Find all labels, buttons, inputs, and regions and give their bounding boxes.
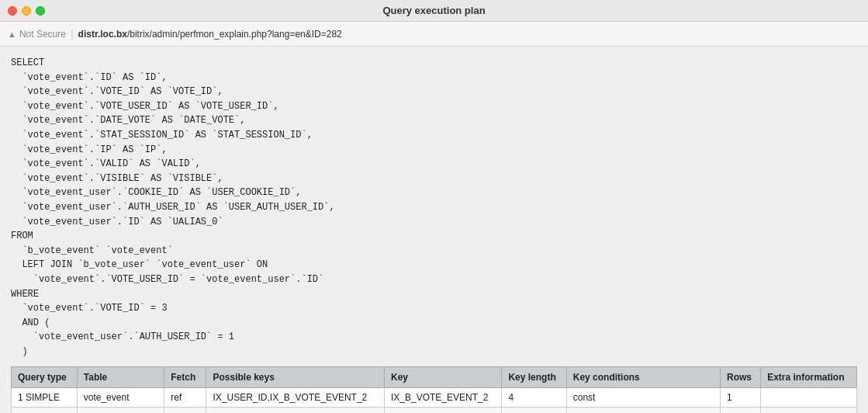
url-domain: distr.loc.bx	[78, 29, 127, 40]
table-cell: 1	[721, 408, 761, 413]
separator: |	[71, 28, 74, 40]
main-content: SELECT `vote_event`.`ID` AS `ID`, `vote_…	[0, 47, 868, 413]
table-cell: cp.vote_event.VOTE_USER_ID	[566, 408, 720, 413]
minimize-button[interactable]	[22, 6, 31, 16]
table-cell: eq_ref	[164, 408, 206, 413]
table-row: 1 SIMPLEvote_event_usereq_refPRIMARYPRIM…	[12, 408, 857, 413]
table-cell: vote_event	[77, 388, 164, 408]
table-cell: PRIMARY	[384, 408, 501, 413]
table-cell: 1	[721, 388, 761, 408]
table-cell: Using where	[761, 408, 857, 413]
url-path: /bitrix/admin/perfmon_explain.php?lang=e…	[127, 29, 342, 40]
close-button[interactable]	[8, 6, 17, 16]
table-header: Key	[384, 367, 501, 388]
table-header: Query type	[12, 367, 78, 388]
table-cell: const	[566, 388, 720, 408]
window-controls	[8, 6, 45, 16]
security-indicator: ▲ Not Secure	[8, 29, 66, 40]
warning-icon: ▲	[8, 30, 16, 39]
table-cell	[761, 388, 857, 408]
table-cell: 1 SIMPLE	[12, 408, 78, 413]
table-cell: 1 SIMPLE	[12, 388, 78, 408]
table-header: Possible keys	[206, 367, 384, 388]
table-header: Fetch	[164, 367, 206, 388]
table-header: Extra information	[761, 367, 857, 388]
table-cell: vote_event_user	[77, 408, 164, 413]
table-cell: 4	[502, 408, 566, 413]
table-header: Table	[77, 367, 164, 388]
sql-query: SELECT `vote_event`.`ID` AS `ID`, `vote_…	[11, 56, 857, 359]
table-header: Rows	[721, 367, 761, 388]
maximize-button[interactable]	[36, 6, 45, 16]
table-cell: ref	[164, 388, 206, 408]
table-header: Key length	[502, 367, 566, 388]
url-bar[interactable]: distr.loc.bx/bitrix/admin/perfmon_explai…	[78, 29, 342, 40]
table-row: 1 SIMPLEvote_eventrefIX_USER_ID,IX_B_VOT…	[12, 388, 857, 408]
table-cell: PRIMARY	[206, 408, 384, 413]
addressbar: ▲ Not Secure | distr.loc.bx/bitrix/admin…	[0, 22, 868, 47]
not-secure-label: Not Secure	[19, 29, 66, 40]
table-cell: IX_USER_ID,IX_B_VOTE_EVENT_2	[206, 388, 384, 408]
table-cell: IX_B_VOTE_EVENT_2	[384, 388, 501, 408]
table-cell: 4	[502, 388, 566, 408]
table-header: Key conditions	[566, 367, 720, 388]
window-title: Query execution plan	[382, 5, 485, 16]
explain-table: Query typeTableFetchPossible keysKeyKey …	[11, 366, 857, 413]
titlebar: Query execution plan	[0, 0, 868, 22]
